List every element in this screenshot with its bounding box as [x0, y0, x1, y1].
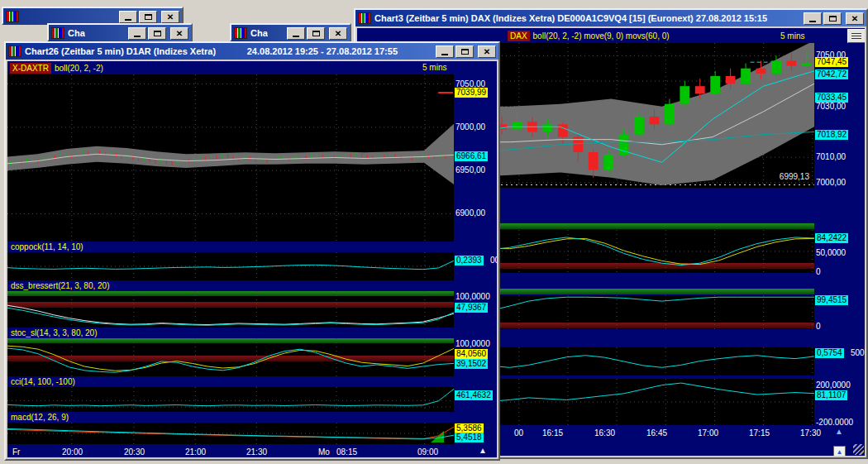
background-window-2[interactable]: Cha ✕	[47, 23, 193, 41]
indicator-label: dss_bressert(21, 3, 80, 20)	[11, 281, 110, 290]
time-label: 21:30	[246, 447, 267, 457]
coppock-value-tag: 0,2393	[455, 256, 484, 265]
stochastic-value-tag: 84,2422	[815, 233, 848, 243]
time-label: 17:30	[800, 428, 821, 438]
window-title: Chart26 (Zeitbar 5 min) D1AR (Indizes Xe…	[25, 46, 216, 56]
axis-label: 0	[816, 322, 821, 332]
maximize-button[interactable]	[307, 27, 325, 40]
macd-plot[interactable]	[7, 423, 454, 444]
dss-label-row: dss_bressert(21, 3, 80, 20)	[7, 280, 497, 291]
indicator-settings-label: boll(20, 2, -2) move(9, 0) movs(60, 0)	[533, 31, 670, 41]
coppock-label-row: coppock(11, 14, 10)	[7, 242, 497, 252]
dss-value-tag: 99,4515	[815, 295, 848, 305]
indicator-label: macd(12, 26, 9)	[11, 413, 69, 422]
window-icon	[51, 27, 64, 39]
time-label: 17:15	[749, 428, 770, 438]
chart26-body: X-DAXTR boll(20, 2, -2) 5 mins coppock(1…	[7, 61, 497, 457]
macd-label-row: macd(12, 26, 9)	[7, 412, 497, 423]
interval-label: 5 mins	[780, 31, 804, 41]
chart3-titlebar[interactable]: Chart3 (Zeitbar 5 min) DAX (Indizes Xetr…	[355, 10, 866, 26]
dss-plot[interactable]	[7, 291, 454, 328]
scroll-up-button[interactable]: ▲	[833, 446, 846, 456]
chart26-main-plot[interactable]	[7, 74, 454, 242]
time-label: 21:00	[185, 447, 206, 457]
time-label: 20:00	[62, 447, 83, 457]
cci-value-tag: 461,4632	[455, 390, 493, 400]
time-label: 20:30	[124, 447, 145, 457]
chart3-price-axis[interactable]: 7050,00 7047,45 7042,72 7033,45 7030,00 …	[814, 43, 865, 425]
window-icon	[358, 12, 371, 24]
scroll-up-icon[interactable]: ▲	[479, 446, 487, 455]
dss-value-tag: 47,9367	[455, 303, 488, 313]
axis-label: 00	[490, 256, 497, 265]
movs60-price-tag: 7018,92	[815, 130, 848, 140]
close-button[interactable]: ✕	[329, 27, 347, 40]
minimize-button[interactable]	[119, 11, 137, 23]
stochastic-slow-value-tag: 84,0560	[455, 349, 488, 359]
maximize-button[interactable]	[139, 11, 157, 23]
background-window-2-titlebar[interactable]: Cha ✕	[49, 25, 191, 41]
time-label: 08:15	[336, 447, 357, 457]
chart-menu-button[interactable]	[847, 29, 865, 43]
maximize-button[interactable]	[148, 27, 166, 40]
instrument-tag[interactable]: X-DAXTR	[10, 63, 51, 74]
time-label: 16:15	[542, 428, 563, 438]
window-icon	[234, 27, 247, 39]
close-button[interactable]: ✕	[478, 45, 496, 58]
minimize-button[interactable]	[128, 27, 146, 40]
chart26-window: Chart26 (Zeitbar 5 min) D1AR (Indizes Xe…	[4, 41, 500, 461]
close-button[interactable]: ✕	[846, 12, 864, 25]
move9-price-tag: 7042,72	[815, 69, 848, 79]
window-title: Cha	[68, 28, 85, 38]
coppock-plot[interactable]	[7, 252, 454, 280]
scroll-up-icon: ▲	[837, 448, 843, 456]
axis-label: 100,0000	[455, 292, 490, 302]
chart26-titlebar[interactable]: Chart26 (Zeitbar 5 min) D1AR (Indizes Xe…	[6, 43, 498, 60]
chart26-price-axis[interactable]: 7050,00 7039,99 7000,00 6966,61 6950,00 …	[454, 74, 497, 444]
interval-label: 5 mins	[422, 63, 446, 72]
axis-label: 100,0000	[455, 339, 490, 349]
time-label: 00	[514, 428, 523, 438]
maximize-button[interactable]	[823, 12, 842, 25]
background-window-1[interactable]: ✕	[2, 7, 184, 25]
axis-label: 200,0000	[816, 380, 851, 390]
chart26-time-axis[interactable]: Fr 20:00 20:30 21:00 21:30 Mo 08:15 09:0…	[7, 444, 497, 457]
axis-label: 7000,00	[816, 178, 846, 188]
scroll-up-icon[interactable]: ▲	[835, 427, 843, 436]
axis-label: 7010,00	[816, 152, 846, 162]
minimize-button[interactable]	[436, 45, 454, 58]
axis-label: 50,0000	[816, 248, 846, 258]
cci-plot[interactable]	[7, 387, 454, 412]
time-label: Fr	[12, 447, 20, 457]
oscillator-value-tag: 0,5754	[815, 348, 844, 358]
axis-label: 500	[851, 348, 865, 358]
minimize-button[interactable]	[804, 12, 822, 25]
background-window-3-titlebar[interactable]: Cha ✕	[231, 25, 350, 41]
window-icon	[6, 11, 19, 22]
close-price-tag: 6966,61	[455, 151, 488, 161]
stochastic-plot[interactable]	[7, 338, 454, 376]
instrument-tag[interactable]: DAX	[508, 31, 530, 41]
cci-label-row: cci(14, 100, -100)	[7, 376, 497, 387]
indicator-label: coppock(11, 14, 10)	[11, 242, 83, 251]
stochastic-label-row: stoc_sl(14, 3, 3, 80, 20)	[7, 328, 497, 338]
minimize-button[interactable]	[287, 27, 305, 40]
time-label: 17:00	[698, 428, 718, 438]
cci-value-tag: 81,1107	[815, 390, 847, 400]
window-icon	[8, 45, 21, 57]
background-window-1-titlebar[interactable]: ✕	[3, 8, 182, 25]
axis-label: 6950,00	[455, 165, 485, 175]
close-button[interactable]: ✕	[161, 11, 179, 23]
time-label: Mo	[318, 447, 330, 457]
indicator-label: stoc_sl(14, 3, 3, 80, 20)	[11, 328, 98, 337]
axis-label: 7030,00	[816, 102, 846, 112]
resize-grip[interactable]	[853, 444, 864, 455]
date-range-label: 24.08.2012 19:25 - 27.08.2012 17:55	[247, 46, 398, 56]
maximize-button[interactable]	[455, 45, 474, 58]
axis-label: 0	[816, 267, 821, 277]
close-button[interactable]: ✕	[170, 27, 188, 40]
time-label: 09:00	[417, 447, 438, 457]
background-window-3[interactable]: Cha ✕	[230, 23, 351, 41]
time-label: 16:30	[594, 428, 615, 438]
window-title: Chart3 (Zeitbar 5 min) DAX (Indizes Xetr…	[374, 13, 800, 23]
